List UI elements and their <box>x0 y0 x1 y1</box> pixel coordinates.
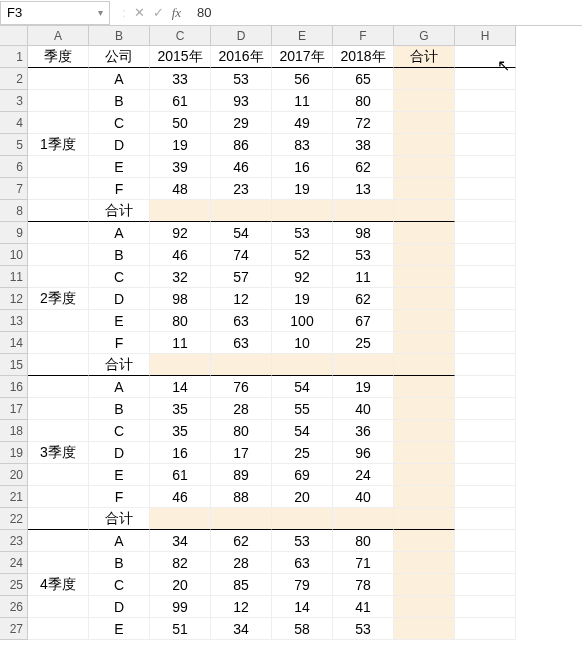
cell-H25[interactable] <box>455 574 516 596</box>
cell-F13[interactable]: 67 <box>333 310 394 332</box>
cell-D12[interactable]: 12 <box>211 288 272 310</box>
name-box-dropdown-icon[interactable]: ▾ <box>98 7 103 18</box>
cell-A9[interactable] <box>28 222 89 244</box>
cell-E26[interactable]: 14 <box>272 596 333 618</box>
cell-D14[interactable]: 63 <box>211 332 272 354</box>
cell-H24[interactable] <box>455 552 516 574</box>
cell-H26[interactable] <box>455 596 516 618</box>
cell-E5[interactable]: 83 <box>272 134 333 156</box>
cell-H11[interactable] <box>455 266 516 288</box>
cell-C26[interactable]: 99 <box>150 596 211 618</box>
name-box[interactable]: F3 ▾ <box>0 1 110 25</box>
header-C[interactable]: 2015年 <box>150 46 211 68</box>
cell-A22[interactable] <box>28 508 89 530</box>
cell-C6[interactable]: 39 <box>150 156 211 178</box>
cell-H12[interactable] <box>455 288 516 310</box>
cell-B13[interactable]: E <box>89 310 150 332</box>
row-head-14[interactable]: 14 <box>0 332 28 354</box>
cell-E6[interactable]: 16 <box>272 156 333 178</box>
row-head-25[interactable]: 25 <box>0 574 28 596</box>
cell-H4[interactable] <box>455 112 516 134</box>
col-head-E[interactable]: E <box>272 26 333 46</box>
cell-E24[interactable]: 63 <box>272 552 333 574</box>
cell-E16[interactable]: 54 <box>272 376 333 398</box>
cell-D20[interactable]: 89 <box>211 464 272 486</box>
cell-F11[interactable]: 11 <box>333 266 394 288</box>
cell-D2[interactable]: 53 <box>211 68 272 90</box>
cell-E4[interactable]: 49 <box>272 112 333 134</box>
cell-D21[interactable]: 88 <box>211 486 272 508</box>
cell-E22[interactable] <box>272 508 333 530</box>
cell-G26[interactable] <box>394 596 455 618</box>
cell-H23[interactable] <box>455 530 516 552</box>
cell-F18[interactable]: 36 <box>333 420 394 442</box>
cell-E20[interactable]: 69 <box>272 464 333 486</box>
cell-H13[interactable] <box>455 310 516 332</box>
cell-E18[interactable]: 54 <box>272 420 333 442</box>
cell-A6[interactable] <box>28 156 89 178</box>
header-A[interactable]: 季度 <box>28 46 89 68</box>
row-head-27[interactable]: 27 <box>0 618 28 640</box>
cell-C17[interactable]: 35 <box>150 398 211 420</box>
cell-H14[interactable] <box>455 332 516 354</box>
cell-B27[interactable]: E <box>89 618 150 640</box>
cell-E11[interactable]: 92 <box>272 266 333 288</box>
cell-B9[interactable]: A <box>89 222 150 244</box>
cell-C20[interactable]: 61 <box>150 464 211 486</box>
cell-A7[interactable] <box>28 178 89 200</box>
cell-F3[interactable]: 80 <box>333 90 394 112</box>
cell-F17[interactable]: 40 <box>333 398 394 420</box>
cell-A23[interactable] <box>28 530 89 552</box>
cell-G22[interactable] <box>394 508 455 530</box>
cell-E10[interactable]: 52 <box>272 244 333 266</box>
header-E[interactable]: 2017年 <box>272 46 333 68</box>
cell-D16[interactable]: 76 <box>211 376 272 398</box>
cell-F10[interactable]: 53 <box>333 244 394 266</box>
cell-F21[interactable]: 40 <box>333 486 394 508</box>
cell-C11[interactable]: 32 <box>150 266 211 288</box>
fx-icon[interactable]: fx <box>172 5 181 21</box>
cell-B26[interactable]: D <box>89 596 150 618</box>
cell-C22[interactable] <box>150 508 211 530</box>
cell-E13[interactable]: 100 <box>272 310 333 332</box>
cell-B16[interactable]: A <box>89 376 150 398</box>
row-head-12[interactable]: 12 <box>0 288 28 310</box>
row-head-1[interactable]: 1 <box>0 46 28 68</box>
cell-E7[interactable]: 19 <box>272 178 333 200</box>
cell-C27[interactable]: 51 <box>150 618 211 640</box>
cell-B3[interactable]: B <box>89 90 150 112</box>
cell-G7[interactable] <box>394 178 455 200</box>
cell-G18[interactable] <box>394 420 455 442</box>
cell-D11[interactable]: 57 <box>211 266 272 288</box>
cell-A12[interactable]: 2季度 <box>28 288 89 310</box>
cell-H7[interactable] <box>455 178 516 200</box>
cell-E21[interactable]: 20 <box>272 486 333 508</box>
formula-input[interactable]: 80 <box>189 3 582 22</box>
spreadsheet-grid[interactable]: ABCDEFGH1季度公司2015年2016年2017年2018年合计2A335… <box>0 26 582 640</box>
cell-G5[interactable] <box>394 134 455 156</box>
cell-G23[interactable] <box>394 530 455 552</box>
cell-A4[interactable] <box>28 112 89 134</box>
row-head-4[interactable]: 4 <box>0 112 28 134</box>
header-B[interactable]: 公司 <box>89 46 150 68</box>
cell-B14[interactable]: F <box>89 332 150 354</box>
cell-B4[interactable]: C <box>89 112 150 134</box>
cell-G27[interactable] <box>394 618 455 640</box>
cell-G11[interactable] <box>394 266 455 288</box>
cell-A18[interactable] <box>28 420 89 442</box>
cell-G13[interactable] <box>394 310 455 332</box>
row-head-18[interactable]: 18 <box>0 420 28 442</box>
cell-H21[interactable] <box>455 486 516 508</box>
cell-D26[interactable]: 12 <box>211 596 272 618</box>
cell-D23[interactable]: 62 <box>211 530 272 552</box>
cell-C21[interactable]: 46 <box>150 486 211 508</box>
cell-G9[interactable] <box>394 222 455 244</box>
cell-C24[interactable]: 82 <box>150 552 211 574</box>
cell-D8[interactable] <box>211 200 272 222</box>
cell-F27[interactable]: 53 <box>333 618 394 640</box>
cell-H15[interactable] <box>455 354 516 376</box>
cell-A27[interactable] <box>28 618 89 640</box>
cell-D9[interactable]: 54 <box>211 222 272 244</box>
cell-G6[interactable] <box>394 156 455 178</box>
cell-B12[interactable]: D <box>89 288 150 310</box>
